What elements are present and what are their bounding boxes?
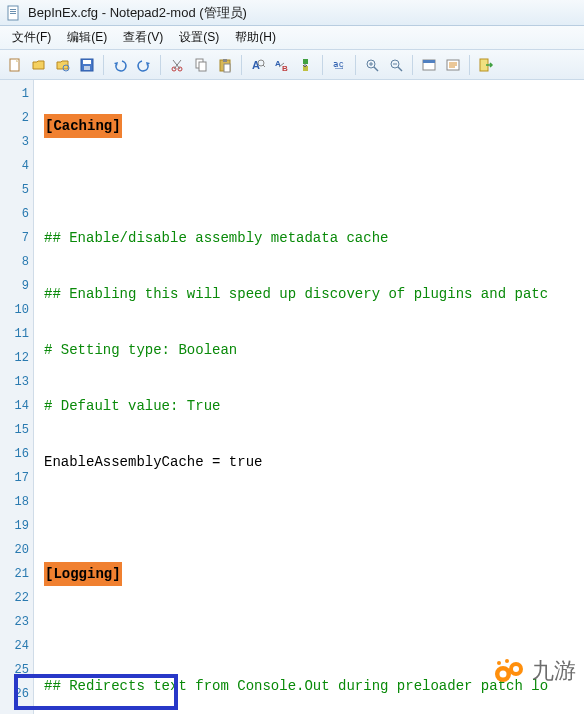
menu-edit[interactable]: 编辑(E)	[59, 26, 115, 49]
ini-key: EnableAssemblyCache	[44, 454, 204, 470]
svg-point-32	[513, 666, 519, 672]
code-area[interactable]: [Caching] ## Enable/disable assembly met…	[34, 80, 584, 714]
toolbar-separator	[322, 55, 323, 75]
line-number: 26	[0, 682, 33, 706]
toolbar-separator	[160, 55, 161, 75]
toolbar-separator	[355, 55, 356, 75]
open-file-icon[interactable]	[28, 54, 50, 76]
section-header: [Logging]	[44, 562, 122, 586]
cut-icon[interactable]	[166, 54, 188, 76]
new-file-icon[interactable]	[4, 54, 26, 76]
copy-icon[interactable]	[190, 54, 212, 76]
code-line[interactable]: # Setting type: Boolean	[44, 338, 584, 362]
line-number: 25	[0, 658, 33, 682]
menu-help[interactable]: 帮助(H)	[227, 26, 284, 49]
code-line[interactable]	[44, 506, 584, 530]
line-number: 2	[0, 106, 33, 130]
save-icon[interactable]	[76, 54, 98, 76]
line-number: 22	[0, 586, 33, 610]
line-number: 20	[0, 538, 33, 562]
line-number: 21	[0, 562, 33, 586]
line-number: 13	[0, 370, 33, 394]
comment: # Default value: True	[44, 398, 220, 414]
section-header: [Caching]	[44, 114, 122, 138]
menu-view[interactable]: 查看(V)	[115, 26, 171, 49]
watermark-logo-icon	[492, 657, 526, 685]
line-number: 24	[0, 634, 33, 658]
line-number: 5	[0, 178, 33, 202]
toolbar-separator	[469, 55, 470, 75]
svg-text:B: B	[282, 64, 288, 73]
code-line[interactable]: EnableAssemblyCache = true	[44, 450, 584, 474]
line-number: 3	[0, 130, 33, 154]
line-number: 17	[0, 466, 33, 490]
undo-icon[interactable]	[109, 54, 131, 76]
scheme-icon[interactable]	[418, 54, 440, 76]
code-line[interactable]: [Caching]	[44, 114, 584, 138]
wordwrap-icon[interactable]: a͢c	[328, 54, 350, 76]
svg-point-30	[500, 671, 507, 678]
code-line[interactable]: # Default value: True	[44, 394, 584, 418]
code-line[interactable]: ## Enable/disable assembly metadata cach…	[44, 226, 584, 250]
ini-value: true	[229, 454, 263, 470]
redo-icon[interactable]	[133, 54, 155, 76]
watermark-text: 九游	[532, 656, 576, 686]
svg-text:a͢c: a͢c	[333, 59, 344, 70]
line-number: 10	[0, 298, 33, 322]
svg-rect-1	[10, 9, 16, 10]
menu-file[interactable]: 文件(F)	[4, 26, 59, 49]
replace-icon[interactable]: AB	[271, 54, 293, 76]
goto-icon[interactable]	[295, 54, 317, 76]
line-number: 4	[0, 154, 33, 178]
line-number: 1	[0, 82, 33, 106]
svg-rect-26	[423, 60, 435, 63]
browse-icon[interactable]	[52, 54, 74, 76]
svg-rect-12	[199, 62, 206, 71]
window-title: BepInEx.cfg - Notepad2-mod (管理员)	[28, 4, 247, 22]
code-line[interactable]	[44, 170, 584, 194]
svg-rect-8	[84, 66, 90, 70]
exit-icon[interactable]	[475, 54, 497, 76]
line-number-gutter: 1 2 3 4 5 6 7 8 9 10 11 12 13 14 15 16 1…	[0, 80, 34, 714]
line-number: 11	[0, 322, 33, 346]
menu-settings[interactable]: 设置(S)	[171, 26, 227, 49]
zoom-in-icon[interactable]	[361, 54, 383, 76]
line-number: 15	[0, 418, 33, 442]
svg-rect-14	[223, 59, 227, 62]
line-number: 19	[0, 514, 33, 538]
svg-rect-7	[83, 60, 91, 64]
toolbar-separator	[103, 55, 104, 75]
comment: ## Enable/disable assembly metadata cach…	[44, 230, 388, 246]
svg-rect-2	[10, 11, 16, 12]
code-line[interactable]: [Logging]	[44, 562, 584, 586]
svg-rect-3	[10, 13, 16, 14]
svg-rect-20	[303, 59, 308, 64]
config-icon[interactable]	[442, 54, 464, 76]
watermark: 九游	[492, 656, 576, 686]
toolbar-separator	[412, 55, 413, 75]
comment: ## Redirects text from Console.Out durin…	[44, 678, 548, 694]
line-number: 23	[0, 610, 33, 634]
line-number: 14	[0, 394, 33, 418]
code-line[interactable]	[44, 618, 584, 642]
paste-icon[interactable]	[214, 54, 236, 76]
comment: # Setting type: Boolean	[44, 342, 237, 358]
app-icon	[6, 5, 22, 21]
svg-rect-15	[224, 64, 230, 72]
svg-point-34	[505, 659, 509, 663]
toolbar-separator	[241, 55, 242, 75]
line-number: 12	[0, 346, 33, 370]
code-line[interactable]: ## Enabling this will speed up discovery…	[44, 282, 584, 306]
ini-op: =	[204, 454, 229, 470]
line-number: 16	[0, 442, 33, 466]
line-number: 9	[0, 274, 33, 298]
zoom-out-icon[interactable]	[385, 54, 407, 76]
line-number: 6	[0, 202, 33, 226]
comment: ## Enabling this will speed up discovery…	[44, 286, 548, 302]
find-icon[interactable]: A	[247, 54, 269, 76]
svg-point-33	[497, 661, 501, 665]
menubar: 文件(F) 编辑(E) 查看(V) 设置(S) 帮助(H)	[0, 26, 584, 50]
editor[interactable]: 1 2 3 4 5 6 7 8 9 10 11 12 13 14 15 16 1…	[0, 80, 584, 714]
line-number: 8	[0, 250, 33, 274]
line-number: 18	[0, 490, 33, 514]
